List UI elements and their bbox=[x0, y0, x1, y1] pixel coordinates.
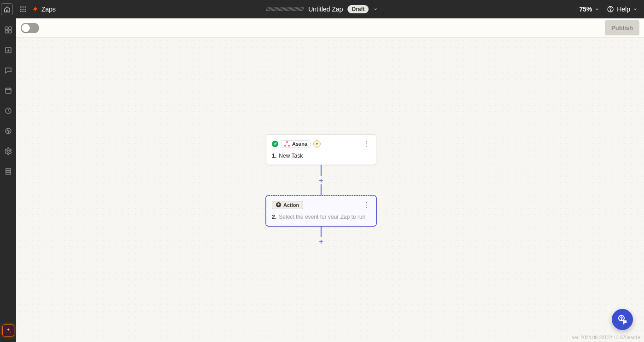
zoom-control[interactable]: 75% bbox=[579, 6, 599, 13]
top-bar-right: 75% Help bbox=[579, 6, 644, 13]
action-chip-label: Action bbox=[283, 202, 299, 208]
sparkle-icon bbox=[5, 327, 12, 334]
home-button[interactable] bbox=[1, 3, 13, 15]
step-title: New Task bbox=[279, 153, 303, 159]
status-ok-icon bbox=[272, 141, 278, 147]
svg-point-23 bbox=[10, 332, 11, 333]
settings-icon[interactable] bbox=[3, 146, 13, 156]
home-icon bbox=[4, 6, 11, 13]
app-switcher-button[interactable] bbox=[16, 0, 30, 18]
path-scribble: //////////////////////////////// bbox=[266, 6, 304, 12]
svg-point-8 bbox=[24, 11, 26, 12]
connector-line bbox=[321, 184, 322, 195]
svg-point-4 bbox=[23, 9, 24, 10]
versions-icon[interactable] bbox=[3, 166, 13, 177]
activity-icon[interactable] bbox=[3, 126, 13, 136]
toggle-knob bbox=[22, 24, 30, 32]
svg-point-7 bbox=[23, 11, 24, 12]
svg-point-10 bbox=[610, 11, 611, 11]
zap-bolt-icon bbox=[32, 6, 39, 13]
connector-line bbox=[321, 165, 322, 176]
trigger-badge bbox=[313, 140, 321, 148]
action-chip: + Action bbox=[272, 201, 303, 209]
svg-rect-14 bbox=[8, 30, 11, 33]
svg-rect-22 bbox=[6, 173, 11, 174]
ai-command-icon[interactable] bbox=[3, 25, 13, 35]
step-index: 1. bbox=[272, 153, 276, 159]
chevron-down-icon bbox=[374, 7, 378, 11]
status-badge: Draft bbox=[348, 5, 369, 13]
title-area: //////////////////////////////// Untitle… bbox=[266, 5, 378, 13]
step-placeholder: Select the event for your Zap to run bbox=[279, 214, 365, 220]
app-chip-asana: Asana bbox=[281, 140, 310, 148]
import-icon[interactable] bbox=[3, 45, 13, 55]
step-card-2[interactable]: + Action ⋮ 2. Select the event for your … bbox=[266, 195, 376, 226]
chat-fab[interactable] bbox=[612, 309, 633, 330]
help-menu[interactable]: Help bbox=[607, 6, 638, 13]
svg-point-1 bbox=[23, 6, 24, 8]
svg-point-2 bbox=[24, 6, 26, 8]
zoom-level: 75% bbox=[579, 6, 592, 13]
top-bar: Zaps //////////////////////////////// Un… bbox=[0, 0, 644, 18]
chat-help-icon bbox=[617, 314, 628, 325]
svg-point-19 bbox=[7, 150, 9, 153]
svg-rect-21 bbox=[6, 171, 11, 172]
svg-point-6 bbox=[20, 11, 22, 12]
ai-assistant-button[interactable] bbox=[2, 325, 14, 336]
history-icon[interactable] bbox=[3, 106, 13, 116]
svg-point-3 bbox=[20, 9, 22, 10]
plus-circle-icon: + bbox=[276, 202, 281, 207]
grid-icon bbox=[19, 6, 27, 13]
svg-point-0 bbox=[20, 6, 22, 8]
zap-title[interactable]: Untitled Zap bbox=[308, 6, 343, 13]
app-chip-label: Asana bbox=[292, 141, 307, 147]
svg-rect-12 bbox=[8, 27, 11, 29]
publish-button[interactable]: Publish bbox=[605, 20, 639, 35]
comment-icon[interactable] bbox=[3, 65, 13, 75]
version-text: ver. 2024-09-20T22:13-970eac1e bbox=[572, 335, 640, 340]
help-icon bbox=[607, 6, 614, 13]
chevron-down-icon bbox=[595, 7, 599, 11]
editor-toolbar: Publish bbox=[16, 18, 644, 38]
asana-icon bbox=[284, 141, 290, 147]
svg-point-24 bbox=[6, 332, 6, 332]
help-label: Help bbox=[617, 6, 630, 13]
add-step-button[interactable]: ＋ bbox=[317, 176, 325, 184]
add-step-button[interactable]: ＋ bbox=[317, 237, 325, 245]
editor-canvas[interactable]: Publish Asana ⋮ 1. New Task bbox=[16, 18, 644, 342]
svg-rect-13 bbox=[5, 30, 8, 33]
step-menu-button[interactable]: ⋮ bbox=[362, 139, 370, 148]
bolt-icon bbox=[315, 142, 319, 146]
breadcrumb-zaps[interactable]: Zaps bbox=[41, 6, 56, 13]
zap-enabled-toggle[interactable] bbox=[21, 23, 39, 33]
title-menu-caret[interactable] bbox=[374, 7, 378, 11]
svg-point-26 bbox=[621, 319, 621, 320]
connector-line bbox=[321, 226, 322, 237]
chevron-down-icon bbox=[633, 7, 638, 11]
flow-container: Asana ⋮ 1. New Task ＋ + Action ⋮ bbox=[266, 134, 376, 245]
svg-point-5 bbox=[24, 9, 26, 10]
step-menu-button[interactable]: ⋮ bbox=[362, 200, 370, 209]
svg-rect-16 bbox=[6, 88, 11, 93]
calendar-icon[interactable] bbox=[3, 86, 13, 96]
step-card-1[interactable]: Asana ⋮ 1. New Task bbox=[266, 134, 376, 165]
left-rail bbox=[0, 18, 16, 342]
svg-rect-20 bbox=[6, 169, 11, 170]
step-index: 2. bbox=[272, 214, 276, 220]
svg-rect-11 bbox=[5, 27, 8, 29]
